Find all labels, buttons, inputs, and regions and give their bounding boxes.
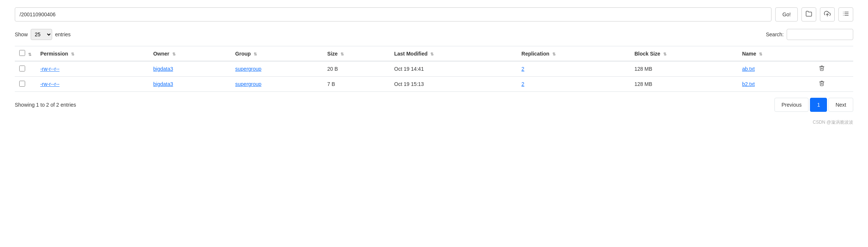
page-1-button[interactable]: 1 [810, 98, 827, 112]
upload-button[interactable] [820, 7, 835, 21]
files-table: ⇅ Permission ⇅ Owner ⇅ Group ⇅ Size ⇅ La… [15, 46, 853, 92]
folder-button[interactable] [801, 7, 816, 21]
sort-icon-lastmodified: ⇅ [430, 52, 434, 57]
sort-icon-replication: ⇅ [552, 52, 556, 57]
col-group[interactable]: Group ⇅ [231, 46, 323, 61]
sort-icon-name: ⇅ [759, 52, 762, 57]
sort-icon-blocksize: ⇅ [663, 52, 667, 57]
permission-link-0[interactable]: -rw-r--r-- [40, 66, 60, 72]
show-label: Show [15, 31, 28, 37]
sort-icon-size: ⇅ [340, 52, 344, 57]
search-input[interactable] [787, 29, 853, 40]
row-permission-1: -rw-r--r-- [36, 77, 149, 92]
select-all-col: ⇅ [15, 46, 36, 61]
col-actions [814, 46, 853, 61]
search-bar: Search: [766, 29, 853, 40]
go-button[interactable]: Go! [775, 7, 798, 21]
table-header-row: ⇅ Permission ⇅ Owner ⇅ Group ⇅ Size ⇅ La… [15, 46, 853, 61]
folder-icon [806, 10, 812, 19]
view-button[interactable] [838, 7, 853, 21]
row-group-0: supergroup [231, 61, 323, 77]
sort-icon-owner: ⇅ [172, 52, 176, 57]
col-owner[interactable]: Owner ⇅ [149, 46, 231, 61]
col-name[interactable]: Name ⇅ [738, 46, 814, 61]
row-name-1: b2.txt [738, 77, 814, 92]
pagination-buttons: Previous 1 Next [774, 98, 853, 112]
delete-button-1[interactable] [819, 81, 825, 87]
row-blocksize-1: 128 MB [630, 77, 738, 92]
next-button[interactable]: Next [828, 98, 853, 112]
col-permission[interactable]: Permission ⇅ [36, 46, 149, 61]
row-checkbox-0[interactable] [19, 66, 25, 71]
owner-link-0[interactable]: bigdata3 [153, 66, 173, 72]
path-input[interactable] [15, 7, 772, 21]
path-bar: Go! [15, 7, 853, 21]
owner-link-1[interactable]: bigdata3 [153, 81, 173, 87]
row-checkbox-cell [15, 61, 36, 77]
sort-icon-select: ⇅ [28, 52, 31, 57]
col-size[interactable]: Size ⇅ [323, 46, 390, 61]
group-link-0[interactable]: supergroup [235, 66, 261, 72]
upload-icon [824, 10, 831, 19]
name-link-0[interactable]: ab.txt [742, 66, 755, 72]
sort-icon-group: ⇅ [254, 52, 257, 57]
search-label: Search: [766, 31, 784, 37]
row-name-0: ab.txt [738, 61, 814, 77]
row-lastmodified-0: Oct 19 14:41 [390, 61, 517, 77]
row-checkbox-cell [15, 77, 36, 92]
group-link-1[interactable]: supergroup [235, 81, 261, 87]
replication-link-0[interactable]: 2 [522, 66, 525, 72]
table-row: -rw-r--r-- bigdata3 supergroup 20 B Oct … [15, 61, 853, 77]
select-all-checkbox[interactable] [19, 50, 25, 56]
row-size-0: 20 B [323, 61, 390, 77]
permission-link-1[interactable]: -rw-r--r-- [40, 81, 60, 87]
row-size-1: 7 B [323, 77, 390, 92]
col-last-modified[interactable]: Last Modified ⇅ [390, 46, 517, 61]
row-replication-0: 2 [517, 61, 630, 77]
row-permission-0: -rw-r--r-- [36, 61, 149, 77]
entries-select[interactable]: 10 25 50 100 [31, 29, 52, 40]
row-blocksize-0: 128 MB [630, 61, 738, 77]
watermark: CSDN @漩涡脆波波 [15, 119, 853, 126]
row-owner-1: bigdata3 [149, 77, 231, 92]
replication-link-1[interactable]: 2 [522, 81, 525, 87]
row-lastmodified-1: Oct 19 15:13 [390, 77, 517, 92]
showing-text: Showing 1 to 2 of 2 entries [15, 102, 76, 108]
table-row: -rw-r--r-- bigdata3 supergroup 7 B Oct 1… [15, 77, 853, 92]
controls-bar: Show 10 25 50 100 entries Search: [15, 29, 853, 40]
pagination-row: Showing 1 to 2 of 2 entries Previous 1 N… [15, 98, 853, 112]
delete-button-0[interactable] [819, 66, 825, 72]
col-block-size[interactable]: Block Size ⇅ [630, 46, 738, 61]
row-delete-0 [814, 61, 853, 77]
row-checkbox-1[interactable] [19, 81, 25, 87]
show-entries: Show 10 25 50 100 entries [15, 29, 71, 40]
row-replication-1: 2 [517, 77, 630, 92]
name-link-1[interactable]: b2.txt [742, 81, 755, 87]
sort-icon-permission: ⇅ [71, 52, 74, 57]
entries-label: entries [55, 31, 71, 37]
table-body: -rw-r--r-- bigdata3 supergroup 20 B Oct … [15, 61, 853, 92]
row-delete-1 [814, 77, 853, 92]
view-icon [842, 10, 849, 19]
col-replication[interactable]: Replication ⇅ [517, 46, 630, 61]
row-group-1: supergroup [231, 77, 323, 92]
row-owner-0: bigdata3 [149, 61, 231, 77]
previous-button[interactable]: Previous [774, 98, 808, 112]
